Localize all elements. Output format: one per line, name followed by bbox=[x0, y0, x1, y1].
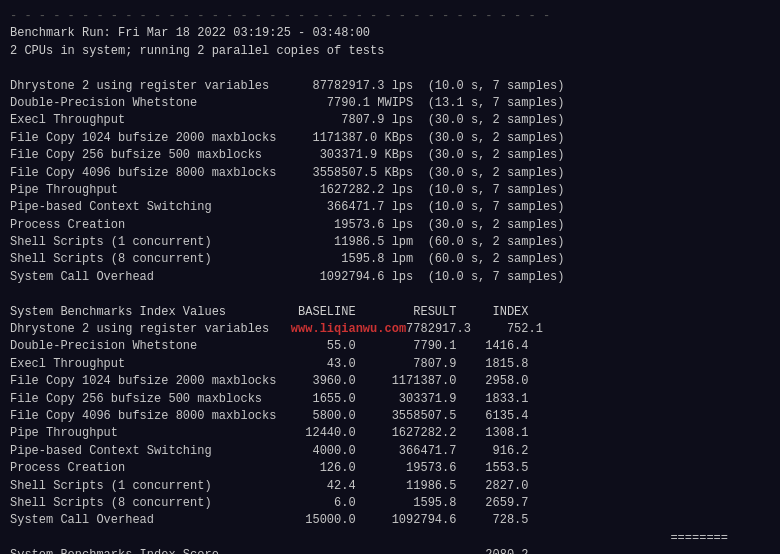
benchmark-row: Shell Scripts (1 concurrent) 11986.5 lpm… bbox=[10, 234, 770, 251]
benchmark-row: Process Creation 19573.6 lps (30.0 s, 2 … bbox=[10, 217, 770, 234]
benchmark-row: Shell Scripts (8 concurrent) 1595.8 lpm … bbox=[10, 251, 770, 268]
index-row: Dhrystone 2 using register variables www… bbox=[10, 321, 770, 338]
index-section: System Benchmarks Index Values BASELINE … bbox=[10, 304, 770, 530]
index-header: System Benchmarks Index Values BASELINE … bbox=[10, 304, 770, 321]
benchmark-row: Execl Throughput 7807.9 lps (30.0 s, 2 s… bbox=[10, 112, 770, 129]
blank-line1 bbox=[10, 60, 770, 77]
benchmark-row: Dhrystone 2 using register variables 877… bbox=[10, 78, 770, 95]
index-row: Execl Throughput 43.0 7807.9 1815.8 bbox=[10, 356, 770, 373]
header-line1: Benchmark Run: Fri Mar 18 2022 03:19:25 … bbox=[10, 25, 770, 42]
index-row: File Copy 1024 bufsize 2000 maxblocks 39… bbox=[10, 373, 770, 390]
benchmark-row: File Copy 1024 bufsize 2000 maxblocks 11… bbox=[10, 130, 770, 147]
benchmark-rows: Dhrystone 2 using register variables 877… bbox=[10, 78, 770, 287]
equals-separator: ======== bbox=[10, 530, 770, 547]
benchmark-row: File Copy 256 bufsize 500 maxblocks 3033… bbox=[10, 147, 770, 164]
divider-top: - - - - - - - - - - - - - - - - - - - - … bbox=[10, 8, 770, 25]
benchmark-row: System Call Overhead 1092794.6 lps (10.0… bbox=[10, 269, 770, 286]
benchmark-row: Double-Precision Whetstone 7790.1 MWIPS … bbox=[10, 95, 770, 112]
index-row: Double-Precision Whetstone 55.0 7790.1 1… bbox=[10, 338, 770, 355]
index-row: Pipe-based Context Switching 4000.0 3664… bbox=[10, 443, 770, 460]
index-row: Pipe Throughput 12440.0 1627282.2 1308.1 bbox=[10, 425, 770, 442]
benchmark-row: File Copy 4096 bufsize 8000 maxblocks 35… bbox=[10, 165, 770, 182]
benchmark-row: Pipe-based Context Switching 366471.7 lp… bbox=[10, 199, 770, 216]
blank-line2 bbox=[10, 286, 770, 303]
header-line2: 2 CPUs in system; running 2 parallel cop… bbox=[10, 43, 770, 60]
benchmark-row: Pipe Throughput 1627282.2 lps (10.0 s, 7… bbox=[10, 182, 770, 199]
index-row: File Copy 256 bufsize 500 maxblocks 1655… bbox=[10, 391, 770, 408]
score-line: System Benchmarks Index Score 2080.2 bbox=[10, 547, 770, 554]
index-row: Shell Scripts (1 concurrent) 42.4 11986.… bbox=[10, 478, 770, 495]
index-row: File Copy 4096 bufsize 8000 maxblocks 58… bbox=[10, 408, 770, 425]
index-row: Shell Scripts (8 concurrent) 6.0 1595.8 … bbox=[10, 495, 770, 512]
index-row: Process Creation 126.0 19573.6 1553.5 bbox=[10, 460, 770, 477]
terminal: - - - - - - - - - - - - - - - - - - - - … bbox=[0, 0, 780, 554]
index-row: System Call Overhead 15000.0 1092794.6 7… bbox=[10, 512, 770, 529]
watermark: www.liqianwu.com bbox=[291, 322, 406, 336]
